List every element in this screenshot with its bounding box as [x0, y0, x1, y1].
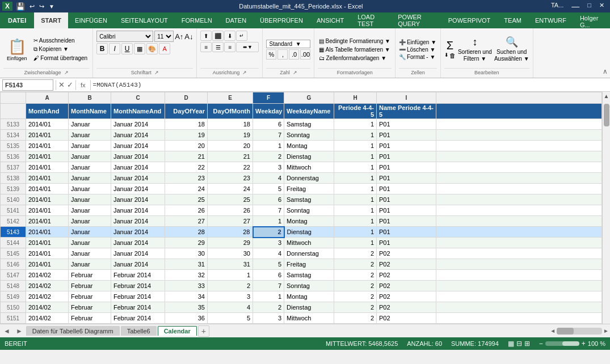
cell-b[interactable]: Januar [69, 162, 111, 173]
paste-button[interactable]: 📋 Einfügen [3, 37, 31, 62]
name-box[interactable] [2, 79, 53, 91]
cell-g[interactable]: Donnerstag [284, 173, 334, 184]
cell-g[interactable]: Donnerstag [284, 248, 334, 259]
view-page-break-btn[interactable]: ⊞ [524, 340, 530, 348]
col-header-g[interactable]: G [284, 92, 334, 104]
maximize-btn[interactable]: □ [584, 2, 595, 11]
table-row[interactable]: 5138 2014/01 Januar Januar 2014 23 23 4 … [1, 173, 602, 184]
tab-datei[interactable]: DATEI [0, 12, 34, 28]
cell-g[interactable]: Montag [284, 291, 334, 302]
view-layout-btn[interactable]: ⊟ [516, 340, 522, 348]
cell-f[interactable]: 4 [253, 173, 284, 184]
cell-g[interactable]: Sonntag [284, 130, 334, 141]
cell-g[interactable]: Dienstag [284, 151, 334, 162]
cell-h[interactable]: 1 [334, 141, 377, 151]
cell-g[interactable]: Sonntag [284, 205, 334, 216]
cell-a[interactable]: 2014/01 [26, 119, 69, 130]
cell-i[interactable]: P02 [377, 281, 436, 291]
table-row[interactable]: 5147 2014/02 Februar Februar 2014 32 1 6… [1, 270, 602, 281]
cell-a[interactable]: 2014/02 [26, 313, 69, 324]
cell-f[interactable]: 1 [253, 141, 284, 151]
cell-d[interactable]: 29 [165, 238, 208, 248]
cell-f[interactable]: 2 [253, 227, 284, 238]
cell-f[interactable]: 6 [253, 270, 284, 281]
cell-a[interactable]: 2014/01 [26, 173, 69, 184]
qat-redo[interactable]: ↪ [39, 3, 44, 10]
cell-a[interactable]: 2014/01 [26, 248, 69, 259]
cell-e[interactable]: 23 [208, 173, 253, 184]
cell-c[interactable]: Januar 2014 [111, 238, 165, 248]
hscroll-right[interactable]: ► [603, 328, 609, 334]
cell-i[interactable]: P01 [377, 227, 436, 238]
cell-d[interactable]: 22 [165, 162, 208, 173]
cell-b[interactable]: Februar [69, 281, 111, 291]
sheet-tab-calendar[interactable]: Calendar [158, 326, 197, 336]
tab-team[interactable]: TEAM [497, 12, 528, 28]
cell-e[interactable]: 27 [208, 216, 253, 227]
cell-b[interactable]: Januar [69, 173, 111, 184]
cell-g[interactable]: Montag [284, 216, 334, 227]
format-cells-btn[interactable]: 🔧 Format - ▼ [399, 54, 437, 60]
cell-d[interactable]: 31 [165, 259, 208, 270]
cell-d[interactable]: 35 [165, 302, 208, 313]
font-size-select[interactable]: 11 [154, 31, 174, 42]
cell-i[interactable]: P01 [377, 216, 436, 227]
cell-h[interactable]: 1 [334, 238, 377, 248]
cell-d[interactable]: 30 [165, 248, 208, 259]
sheet-tab-tabelle6[interactable]: Tabelle6 [121, 326, 157, 336]
cell-c[interactable]: Februar 2014 [111, 270, 165, 281]
cell-g[interactable]: Freitag [284, 184, 334, 194]
table-row[interactable]: 5137 2014/01 Januar Januar 2014 22 22 3 … [1, 162, 602, 173]
insert-cells-btn[interactable]: ➕ Einfügen ▼ [399, 39, 437, 45]
cell-e[interactable]: 5 [208, 313, 253, 324]
cell-i[interactable]: P01 [377, 205, 436, 216]
cell-f[interactable]: 3 [253, 162, 284, 173]
tab-einfuegen[interactable]: EINFÜGEN [68, 12, 114, 28]
cut-button[interactable]: ✂ Ausschneiden [32, 37, 90, 44]
formula-input[interactable] [93, 82, 608, 88]
cell-b[interactable]: Januar [69, 238, 111, 248]
cell-f[interactable]: 7 [253, 130, 284, 141]
font-name-select[interactable]: Calibri [96, 31, 153, 42]
cell-i[interactable]: P01 [377, 184, 436, 194]
cell-e[interactable]: 26 [208, 205, 253, 216]
cell-a[interactable]: 2014/01 [26, 205, 69, 216]
cell-i[interactable]: P02 [377, 313, 436, 324]
cell-f[interactable]: 7 [253, 205, 284, 216]
cell-c[interactable]: Februar 2014 [111, 302, 165, 313]
cell-f[interactable]: 6 [253, 194, 284, 205]
scroll-thumb[interactable] [604, 104, 609, 126]
table-row[interactable]: 5149 2014/02 Februar Februar 2014 34 3 1… [1, 291, 602, 302]
table-row[interactable]: 5140 2014/01 Januar Januar 2014 25 25 6 … [1, 194, 602, 205]
cell-h[interactable]: 1 [334, 205, 377, 216]
cell-f[interactable]: 1 [253, 216, 284, 227]
cell-a[interactable]: 2014/01 [26, 259, 69, 270]
cell-a[interactable]: 2014/02 [26, 281, 69, 291]
copy-button[interactable]: ⧉ Kopieren ▼ [32, 45, 90, 53]
cell-i[interactable]: P01 [377, 119, 436, 130]
table-row[interactable]: 5139 2014/01 Januar Januar 2014 24 24 5 … [1, 184, 602, 194]
cell-c[interactable]: Januar 2014 [111, 141, 165, 151]
clear-btn[interactable]: 🗑 [449, 52, 456, 59]
cell-f[interactable]: 6 [253, 119, 284, 130]
align-left-btn[interactable]: ≡ [200, 42, 212, 52]
cell-a[interactable]: 2014/01 [26, 216, 69, 227]
cell-a[interactable]: 2014/01 [26, 227, 69, 238]
cell-h[interactable]: 2 [334, 302, 377, 313]
help-btn[interactable]: TA... [548, 2, 567, 11]
number-format-dropdown[interactable]: Standard ▼ [266, 40, 310, 48]
cell-g[interactable]: Samstag [284, 119, 334, 130]
cell-f[interactable]: 3 [253, 313, 284, 324]
sheet-scroll-right[interactable]: ► [14, 327, 25, 335]
ribbon-collapse-btn[interactable]: ∧ [603, 67, 608, 75]
cell-i[interactable]: P01 [377, 173, 436, 184]
sheet-scroll-left[interactable]: ◄ [1, 327, 12, 335]
cell-d[interactable]: 25 [165, 194, 208, 205]
cell-b[interactable]: Januar [69, 130, 111, 141]
cell-h[interactable]: 2 [334, 270, 377, 281]
cell-i[interactable]: P01 [377, 141, 436, 151]
cell-e[interactable]: 24 [208, 184, 253, 194]
cell-e[interactable]: 25 [208, 194, 253, 205]
cell-c[interactable]: Januar 2014 [111, 248, 165, 259]
cell-a[interactable]: 2014/01 [26, 141, 69, 151]
